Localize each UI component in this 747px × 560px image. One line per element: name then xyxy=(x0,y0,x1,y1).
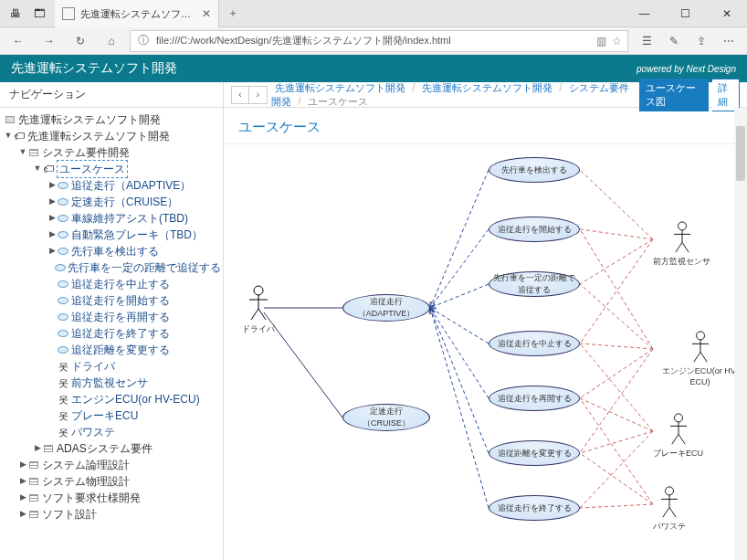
svg-line-39 xyxy=(700,352,707,362)
notes-button[interactable]: ✎ xyxy=(661,29,687,53)
svg-line-28 xyxy=(251,309,258,320)
tree-actor-item[interactable]: 옷ドライバ xyxy=(2,358,221,375)
tree-req[interactable]: ▼システム要件開発 xyxy=(2,144,221,161)
nav-tree: 先進運転システムソフト開発 ▼🏷先進運転システムソフト開発 ▼システム要件開発 … xyxy=(0,108,223,526)
svg-line-12 xyxy=(580,239,653,343)
svg-point-35 xyxy=(696,332,704,340)
svg-line-14 xyxy=(580,284,653,349)
toolbar: ‹ › 先進運転システムソフト開発 / 先進運転システムソフト開発 / システム… xyxy=(224,82,747,108)
svg-line-48 xyxy=(663,507,669,517)
close-button[interactable]: ✕ xyxy=(706,0,747,27)
tree-usecase-item[interactable]: 追従距離を変更する xyxy=(2,342,221,358)
svg-line-43 xyxy=(671,434,678,444)
tree-section[interactable]: ▶システム論理設計 xyxy=(2,457,221,473)
close-icon[interactable]: ✕ xyxy=(202,7,211,20)
tree-usecase-item[interactable]: 先行車を一定の距離で追従する xyxy=(2,259,221,276)
scrollbar-vertical[interactable] xyxy=(734,108,747,560)
tree-usecase-item[interactable]: 追従走行を終了する xyxy=(2,325,221,342)
diagram-title: ユースケース xyxy=(224,108,747,144)
more-button[interactable]: ⋯ xyxy=(716,29,742,53)
usecase-diagram[interactable]: ドライバ 追従走行（ADAPTIVE） 定速走行（CRUISE） 先行車を検出す… xyxy=(224,148,747,560)
tree-actor-item[interactable]: 옷前方監視センサ xyxy=(2,375,221,391)
home-button[interactable]: ⌂ xyxy=(99,29,124,53)
breadcrumb[interactable]: 先進運転システムソフト開発 xyxy=(271,82,409,93)
page-header: 先進運転システムソフト開発 powered by Next Design xyxy=(0,55,747,82)
tree-usecase-item[interactable]: 追従走行を再開する xyxy=(2,309,221,325)
svg-line-33 xyxy=(675,242,681,252)
refresh-button[interactable]: ↻ xyxy=(68,29,93,53)
tree-usecase-item[interactable]: ▶定速走行（CRUISE） xyxy=(2,194,221,210)
svg-line-7 xyxy=(430,308,489,453)
share-button[interactable]: ⇪ xyxy=(689,29,714,53)
forward-button[interactable]: → xyxy=(37,29,62,53)
tree-section[interactable]: ▶システム物理設計 xyxy=(2,473,221,490)
minimize-button[interactable]: — xyxy=(624,0,665,27)
address-bar: ← → ↻ ⌂ ⓘ file:///C:/work/NextDesign/先進運… xyxy=(0,27,747,55)
tree-actor-item[interactable]: 옷パワステ xyxy=(2,424,221,440)
prev-button[interactable]: ‹ xyxy=(231,86,249,104)
powered-by: powered by Next Design xyxy=(637,64,736,74)
svg-point-40 xyxy=(674,414,682,422)
info-icon: ⓘ xyxy=(136,33,151,48)
svg-line-22 xyxy=(580,398,653,504)
reader-icon[interactable]: ▥ xyxy=(596,35,606,48)
url-text: file:///C:/work/NextDesign/先進運転システムソフト開発… xyxy=(156,34,596,48)
uc-sub[interactable]: 追従走行を再開する xyxy=(489,386,580,411)
tree-section[interactable]: ▶ソフト要求仕様開発 xyxy=(2,490,221,506)
tree-adas[interactable]: ▶ADASシステム要件 xyxy=(2,440,221,457)
maximize-button[interactable]: ☐ xyxy=(665,0,706,27)
view-usecase-diagram[interactable]: ユースケース図 xyxy=(639,79,708,111)
new-tab-button[interactable]: ＋ xyxy=(219,0,247,26)
uc-sub[interactable]: 追従走行を開始する xyxy=(489,217,580,242)
view-detail[interactable]: 詳細 xyxy=(712,79,741,111)
uc-adaptive[interactable]: 追従走行（ADAPTIVE） xyxy=(342,294,430,322)
svg-line-5 xyxy=(430,308,489,343)
favorites-button[interactable]: ☰ xyxy=(634,29,659,53)
tree-actor-item[interactable]: 옷ブレーキECU xyxy=(2,407,221,424)
actor-right[interactable]: ブレーキECU xyxy=(653,413,703,460)
tree-usecase-item[interactable]: ▶先行車を検出する xyxy=(2,243,221,259)
main-area: ‹ › 先進運転システムソフト開発 / 先進運転システムソフト開発 / システム… xyxy=(224,82,747,560)
tree-usecase-folder[interactable]: ▼🏷ユースケース xyxy=(2,161,221,177)
tree-usecase-item[interactable]: 追従走行を開始する xyxy=(2,292,221,309)
actor-right[interactable]: パワステ xyxy=(653,486,686,533)
favorite-icon[interactable]: ☆ xyxy=(612,35,622,48)
svg-line-49 xyxy=(669,507,676,517)
tree-root[interactable]: 先進運転システムソフト開発 xyxy=(2,111,221,128)
uc-sub[interactable]: 追従走行を終了する xyxy=(489,495,580,521)
svg-line-38 xyxy=(693,352,700,362)
next-button[interactable]: › xyxy=(249,86,268,104)
uc-sub[interactable]: 先行車を一定の距離で追従する xyxy=(489,271,580,297)
tree-project[interactable]: ▼🏷先進運転システムソフト開発 xyxy=(2,128,221,144)
browser-tab[interactable]: 先進運転システムソフト開発 ✕ xyxy=(55,0,219,27)
svg-line-15 xyxy=(580,343,653,349)
svg-line-11 xyxy=(580,239,653,284)
uc-sub[interactable]: 追従走行を中止する xyxy=(489,331,580,356)
actor-right[interactable]: 前方監視センサ xyxy=(653,221,710,268)
actor-driver[interactable]: ドライバ xyxy=(242,285,275,335)
sidebar-header: ナビゲーション xyxy=(0,82,223,108)
sys-icon: 🖶 xyxy=(5,4,26,24)
tree-usecase-item[interactable]: ▶車線維持アシスト(TBD) xyxy=(2,210,221,227)
uc-sub[interactable]: 先行車を検出する xyxy=(489,157,580,183)
svg-line-1 xyxy=(264,312,342,417)
svg-line-18 xyxy=(580,343,653,431)
svg-line-29 xyxy=(258,309,266,320)
uc-cruise[interactable]: 定速走行（CRUISE） xyxy=(342,404,430,431)
svg-line-19 xyxy=(580,398,653,431)
window-titlebar: 🖶 🗔 先進運転システムソフト開発 ✕ ＋ — ☐ ✕ xyxy=(0,0,747,27)
tree-usecase-item[interactable]: ▶自動緊急ブレーキ（TBD） xyxy=(2,227,221,243)
breadcrumb: ユースケース xyxy=(304,96,372,107)
actor-right[interactable]: エンジンECU(or HV-ECU) xyxy=(653,331,747,386)
back-button[interactable]: ← xyxy=(5,29,31,53)
tree-usecase-item[interactable]: ▶追従走行（ADAPTIVE） xyxy=(2,177,221,194)
page-title: 先進運転システムソフト開発 xyxy=(11,60,177,77)
tree-actor-item[interactable]: 옷エンジンECU(or HV-ECU) xyxy=(2,391,221,407)
sys-icon: 🗔 xyxy=(29,4,49,24)
tree-section[interactable]: ▶ソフト設計 xyxy=(2,506,221,523)
breadcrumb[interactable]: 先進運転システムソフト開発 xyxy=(418,82,556,93)
url-field[interactable]: ⓘ file:///C:/work/NextDesign/先進運転システムソフト… xyxy=(130,30,628,52)
svg-line-23 xyxy=(580,453,653,504)
uc-sub[interactable]: 追従距離を変更する xyxy=(489,440,580,466)
tree-usecase-item[interactable]: 追従走行を中止する xyxy=(2,276,221,292)
